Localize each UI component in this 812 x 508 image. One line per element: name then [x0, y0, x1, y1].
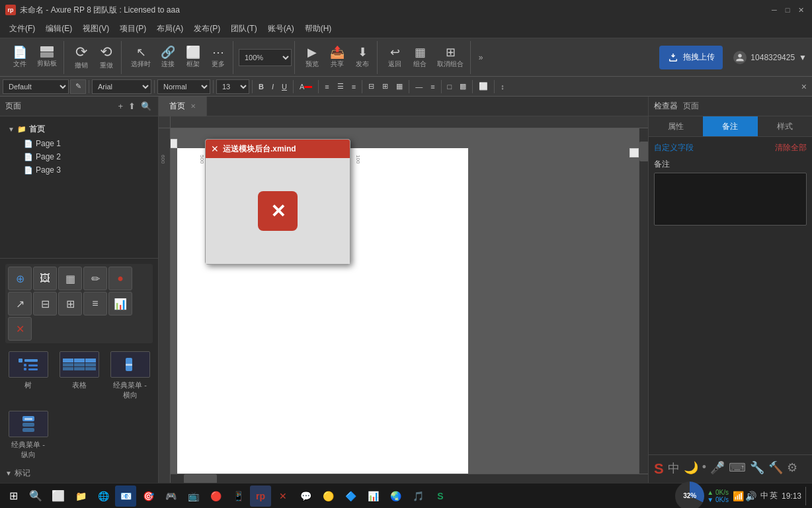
taskbar-axure[interactable]: rp: [250, 486, 271, 507]
right-tab-properties[interactable]: 属性: [649, 116, 703, 136]
menu-edit[interactable]: 编辑(E): [40, 21, 77, 37]
italic-btn[interactable]: I: [268, 79, 277, 94]
toolbar-redo-btn[interactable]: ⟳ 重做: [95, 43, 118, 72]
taskbar-app11[interactable]: 🎵: [407, 486, 428, 507]
widget-tree[interactable]: 树: [5, 349, 51, 403]
taskbar-chrome[interactable]: 🌐: [93, 486, 114, 507]
formatbar-close-btn[interactable]: ×: [799, 81, 809, 92]
clear-all-link[interactable]: 清除全部: [775, 142, 807, 153]
upload-button[interactable]: 拖拽上传: [659, 46, 723, 69]
toolbar-connect-btn[interactable]: 🔗 连接: [156, 43, 180, 72]
toolbar-new-btn[interactable]: 📄 文件: [8, 43, 32, 72]
align-left-btn[interactable]: ≡: [321, 79, 332, 94]
menu-file[interactable]: 文件(F): [4, 21, 40, 37]
widget-table[interactable]: 表格: [56, 349, 102, 403]
more-format-btn1[interactable]: ⊟: [365, 79, 378, 94]
taskbar-mail[interactable]: 📧: [115, 486, 136, 507]
toolbar-frame-btn[interactable]: ⬜ 框架: [181, 43, 205, 72]
taskbar-app10[interactable]: 🌏: [385, 486, 406, 507]
widget-vmenu[interactable]: 经典菜单 - 纵向: [5, 408, 51, 462]
page-item-page3[interactable]: 📄 Page 3: [5, 163, 153, 177]
toolbar-more-arrow[interactable]: »: [476, 48, 485, 67]
more-format-btn3[interactable]: ▦: [393, 79, 406, 94]
menu-help[interactable]: 帮助(H): [300, 21, 337, 37]
toolbar-more-btn[interactable]: ⋯ 更多: [206, 43, 230, 72]
widget-hmenu[interactable]: 经典菜单 - 横向: [107, 349, 153, 403]
widget-tool-arrow[interactable]: ↗: [8, 292, 32, 316]
task-view-btn[interactable]: ⬜: [48, 486, 69, 507]
pages-search-btn[interactable]: 🔍: [140, 100, 153, 112]
opacity-btn[interactable]: ⬜: [475, 79, 491, 94]
widget-tool-table[interactable]: ▦: [58, 267, 82, 290]
more-format-btn2[interactable]: ⊞: [379, 79, 391, 94]
taskbar-app3[interactable]: 📺: [183, 486, 204, 507]
toolbar-publish-btn[interactable]: ⬇ 发布: [350, 43, 374, 72]
bold-btn[interactable]: B: [255, 79, 267, 94]
tab-close-icon[interactable]: ✕: [190, 103, 196, 110]
menu-publish[interactable]: 发布(P): [188, 21, 225, 37]
widget-tool-shape[interactable]: ⊟: [33, 292, 57, 316]
page-item-page1[interactable]: 📄 Page 1: [5, 137, 153, 150]
notes-textarea[interactable]: [654, 173, 807, 226]
taskbar-app7[interactable]: 🟡: [317, 486, 339, 507]
widget-tool-red[interactable]: ●: [108, 267, 132, 290]
scrollbar-bottom[interactable]: [171, 474, 648, 483]
font-select[interactable]: Arial: [92, 79, 151, 94]
toolbar-share-btn[interactable]: 📤 共享: [325, 43, 349, 72]
widget-tool-list[interactable]: ≡: [83, 292, 107, 316]
toolbar-preview-btn[interactable]: ▶ 预览: [300, 43, 324, 72]
weight-select[interactable]: Normal: [157, 79, 210, 94]
toolbar-clipboard-btn[interactable]: 剪贴板: [33, 43, 61, 72]
taskbar-wechat[interactable]: 💬: [295, 486, 316, 507]
widget-tool-chart[interactable]: 📊: [108, 292, 132, 316]
menu-project[interactable]: 项目(P): [114, 21, 151, 37]
taskbar-app6[interactable]: ✕: [272, 486, 294, 507]
spacing-btn[interactable]: ↕: [497, 79, 508, 94]
taskbar-app9[interactable]: 📊: [362, 486, 384, 507]
border-format-btn[interactable]: □: [444, 79, 456, 94]
widget-tool-grid[interactable]: ⊞: [58, 292, 82, 316]
toolbar-back-btn[interactable]: ↩ 返回: [383, 43, 407, 72]
show-desktop-btn[interactable]: [805, 487, 809, 505]
menu-account[interactable]: 账号(A): [263, 21, 300, 37]
fill-format-btn[interactable]: ▩: [456, 79, 469, 94]
taskbar-app2[interactable]: 🎮: [160, 486, 181, 507]
maximize-button[interactable]: □: [782, 4, 793, 16]
font-color-btn[interactable]: A: [296, 79, 315, 94]
custom-field-link[interactable]: 自定义字段: [654, 142, 694, 153]
toolbar-ungroup-btn[interactable]: ⊞ 取消组合: [433, 43, 467, 72]
widget-tool-image[interactable]: 🖼: [33, 267, 57, 290]
taskbar-explorer[interactable]: 📁: [70, 486, 91, 507]
close-button[interactable]: ✕: [795, 4, 807, 16]
tray-network-icon[interactable]: 📶: [733, 491, 744, 501]
size-select[interactable]: 13: [216, 79, 249, 94]
search-btn[interactable]: 🔍: [25, 486, 46, 507]
toolbar-group-btn[interactable]: ▦ 组合: [408, 43, 432, 72]
style-select[interactable]: Default: [3, 79, 69, 94]
toolbar-select-btn[interactable]: ↖ 选择时: [127, 43, 155, 72]
align-right-btn[interactable]: ≡: [348, 79, 359, 94]
menu-view[interactable]: 视图(V): [77, 21, 114, 37]
user-area[interactable]: 1048329425 ▼: [733, 51, 807, 64]
menu-layout[interactable]: 布局(A): [151, 21, 188, 37]
minimize-button[interactable]: ─: [768, 4, 780, 16]
taskbar-app5[interactable]: 📱: [227, 486, 249, 507]
markers-section[interactable]: ▼ 标记: [5, 468, 153, 479]
underline-btn[interactable]: U: [278, 79, 290, 94]
right-tab-notes[interactable]: 备注: [703, 116, 757, 136]
taskbar-app8[interactable]: 🔷: [340, 486, 361, 507]
taskbar-app4[interactable]: 🔴: [205, 486, 226, 507]
menu-team[interactable]: 团队(T): [225, 21, 262, 37]
page-item-homepage[interactable]: ▼ 📁 首页: [5, 122, 153, 137]
widget-tool-default[interactable]: ⊕: [8, 267, 32, 290]
toolbar-undo-btn[interactable]: ⟳ 撤销: [69, 43, 93, 72]
pages-import-btn[interactable]: ⬆: [127, 100, 137, 112]
page-item-page2[interactable]: 📄 Page 2: [5, 150, 153, 163]
align-center-btn[interactable]: ☰: [334, 79, 347, 94]
zoom-select[interactable]: 100%: [239, 49, 292, 66]
widget-tool-draw[interactable]: ✏: [83, 267, 107, 290]
taskbar-sougou[interactable]: S: [430, 486, 451, 507]
right-tab-style[interactable]: 样式: [758, 116, 812, 136]
tray-volume-icon[interactable]: 🔊: [745, 491, 756, 501]
scrollbar-right[interactable]: [639, 128, 648, 483]
